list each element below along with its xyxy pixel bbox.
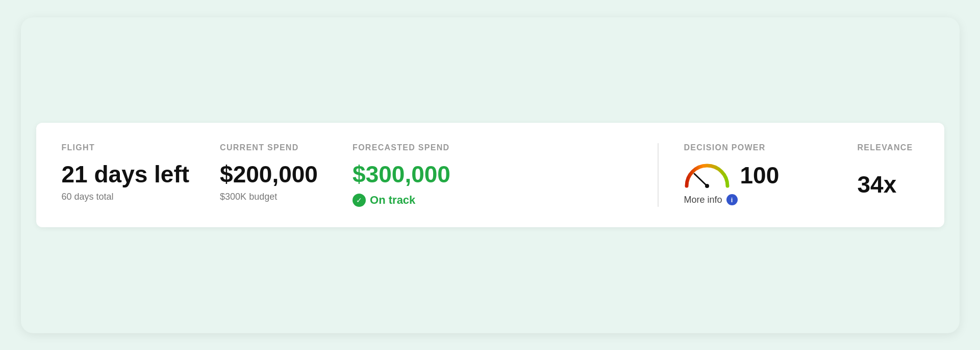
- decision-power-value: 100: [740, 161, 780, 189]
- relevance-value: 34x: [858, 171, 919, 198]
- svg-line-0: [694, 174, 707, 186]
- flight-label: FLIGHT: [62, 143, 190, 152]
- gauge-svg: [684, 163, 730, 188]
- svg-point-1: [705, 184, 709, 188]
- more-info-text: More info: [684, 195, 722, 205]
- relevance-column: RELEVANCE 34x: [858, 143, 919, 198]
- outer-card: FLIGHT 21 days left 60 days total CURREN…: [21, 17, 960, 333]
- decision-power-label: DECISION POWER: [684, 143, 827, 152]
- on-track-row: ✓ On track: [353, 194, 455, 207]
- on-track-text: On track: [370, 194, 415, 207]
- metrics-section: FLIGHT 21 days left 60 days total CURREN…: [62, 143, 647, 207]
- flight-column: FLIGHT 21 days left 60 days total: [62, 143, 220, 202]
- gauge-container: [684, 163, 730, 188]
- flight-sub: 60 days total: [62, 192, 190, 202]
- section-divider: [658, 143, 659, 207]
- info-icon[interactable]: i: [726, 194, 738, 205]
- current-spend-sub: $300K budget: [220, 192, 322, 202]
- current-spend-label: CURRENT SPEND: [220, 143, 322, 152]
- more-info-row[interactable]: More info i: [684, 194, 827, 205]
- forecasted-spend-value: $300,000: [353, 161, 455, 187]
- current-spend-value: $200,000: [220, 161, 322, 187]
- flight-value: 21 days left: [62, 161, 190, 187]
- relevance-label: RELEVANCE: [858, 143, 919, 152]
- check-icon: ✓: [353, 194, 366, 207]
- inner-card: FLIGHT 21 days left 60 days total CURREN…: [36, 123, 944, 227]
- forecasted-spend-column: FORECASTED SPEND $300,000 ✓ On track: [353, 143, 485, 207]
- current-spend-column: CURRENT SPEND $200,000 $300K budget: [220, 143, 353, 202]
- forecasted-spend-label: FORECASTED SPEND: [353, 143, 455, 152]
- right-section: DECISION POWER: [684, 143, 919, 207]
- gauge-row: 100: [684, 161, 827, 189]
- decision-power-column: DECISION POWER: [684, 143, 827, 205]
